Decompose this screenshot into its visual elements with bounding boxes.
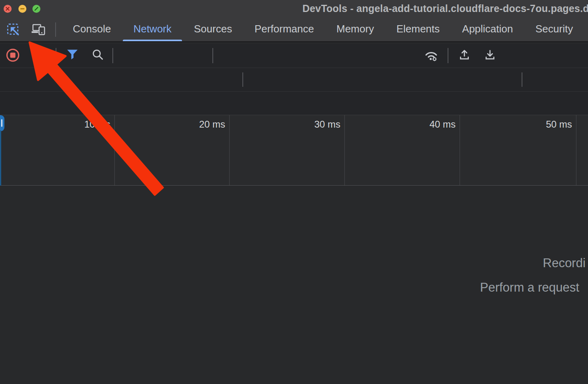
timeline-gridline [344,115,345,185]
tab-sources[interactable]: Sources [183,17,243,41]
toggle-device-toolbar-icon[interactable] [32,23,44,36]
filter-toggle-icon[interactable] [67,49,78,60]
panel-tabs: Console Network Sources Performance Memo… [62,17,584,41]
tab-memory[interactable]: Memory [325,17,385,41]
search-icon[interactable] [92,48,104,60]
record-network-log-icon[interactable] [6,48,20,62]
window-title: DevTools - angela-add-tutorial.cloudflar… [302,3,588,14]
zoom-window-icon[interactable] [32,5,40,13]
filter-separator [242,72,243,87]
minimize-window-icon[interactable] [18,5,26,13]
toolbar-separator [448,48,448,63]
empty-state-perform-request-text: Perform a request [480,280,579,295]
toolbar-separator [112,48,113,63]
network-filter-bar: Invert Hide data URLs Hide extension URL… [0,68,588,92]
tab-security[interactable]: Security [524,17,584,41]
timeline-gridline [114,115,115,185]
network-toolbar: Preserve log Disable cache No throttling [0,44,588,68]
toolbar-separator [56,48,56,63]
network-overview-timeline[interactable]: 10 ms 20 ms 30 ms 40 ms 50 ms [0,115,588,186]
timeline-tick-10ms: 10 ms [58,119,110,130]
tab-performance[interactable]: Performance [243,17,325,41]
window-titlebar: DevTools - angela-add-tutorial.cloudflar… [0,0,588,17]
timeline-tick-30ms: 30 ms [288,119,340,130]
tab-elements[interactable]: Elements [385,17,451,41]
timeline-gridline [460,115,460,185]
close-window-icon[interactable] [4,5,12,13]
toolbar-separator [212,48,213,63]
tab-console[interactable]: Console [62,17,122,41]
filter-separator [522,72,522,87]
timeline-tick-50ms: 50 ms [520,119,572,130]
timeline-tick-20ms: 20 ms [173,119,225,130]
tabbar-separator [55,22,56,37]
tab-network[interactable]: Network [122,17,182,41]
timeline-gridline [576,115,576,185]
timeline-gridline [229,115,230,185]
clear-network-log-icon[interactable] [32,48,45,61]
empty-state-recording-text: Recordi [543,256,586,270]
network-options-bar: Blocked requests 3rd-party requests [0,92,588,115]
import-har-icon[interactable] [458,49,470,61]
devtools-tabbar: Console Network Sources Performance Memo… [0,17,588,42]
tab-application[interactable]: Application [451,17,524,41]
timeline-tick-40ms: 40 ms [404,119,456,130]
overview-window-left-edge [0,130,1,186]
network-conditions-icon[interactable] [424,48,438,62]
export-har-icon[interactable] [484,49,496,61]
overview-window-left-handle[interactable] [0,115,4,131]
inspect-element-icon[interactable] [7,23,20,36]
